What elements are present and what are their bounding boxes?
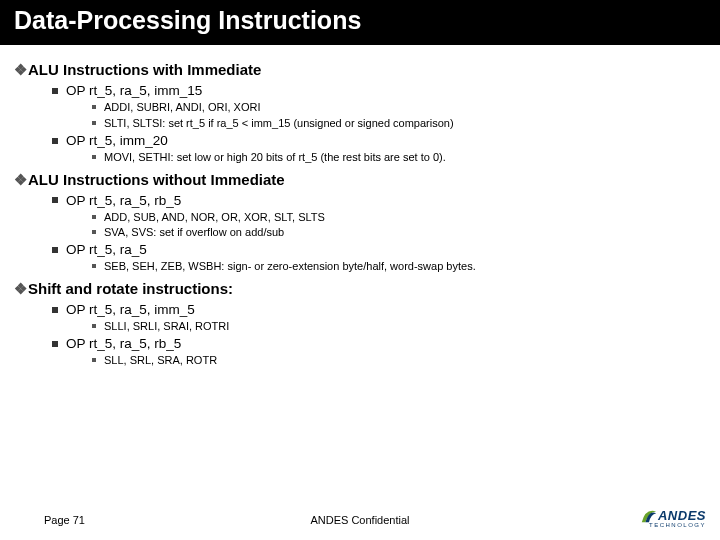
dot-icon [92,105,96,109]
square-icon [52,247,58,253]
slide-title: Data-Processing Instructions [0,0,720,45]
op-signature: OP rt_5, ra_5, rb_5 [52,193,706,208]
op-detail: SVA, SVS: set if overflow on add/sub [92,225,706,240]
dot-icon [92,155,96,159]
dot-icon [92,230,96,234]
section-heading: ❖Shift and rotate instructions: [14,280,706,298]
op-detail: SLTI, SLTSI: set rt_5 if ra_5 < imm_15 (… [92,116,706,131]
diamond-icon: ❖ [14,61,22,79]
square-icon [52,197,58,203]
square-icon [52,307,58,313]
op-signature: OP rt_5, ra_5, imm_5 [52,302,706,317]
dot-icon [92,324,96,328]
andes-logo: ANDES TECHNOLOGY [640,506,706,528]
square-icon [52,341,58,347]
dot-icon [92,215,96,219]
dot-icon [92,264,96,268]
op-detail: ADD, SUB, AND, NOR, OR, XOR, SLT, SLTS [92,210,706,225]
page-number: Page 71 [44,514,85,526]
section-heading: ❖ALU Instructions without Immediate [14,171,706,189]
square-icon [52,138,58,144]
op-detail: SEB, SEH, ZEB, WSBH: sign- or zero-exten… [92,259,706,274]
diamond-icon: ❖ [14,280,22,298]
section-heading: ❖ALU Instructions with Immediate [14,61,706,79]
dot-icon [92,121,96,125]
op-signature: OP rt_5, ra_5, imm_15 [52,83,706,98]
op-signature: OP rt_5, imm_20 [52,133,706,148]
logo-tech: TECHNOLOGY [640,522,706,528]
op-detail: SLLI, SRLI, SRAI, ROTRI [92,319,706,334]
op-detail: ADDI, SUBRI, ANDI, ORI, XORI [92,100,706,115]
diamond-icon: ❖ [14,171,22,189]
op-signature: OP rt_5, ra_5, rb_5 [52,336,706,351]
op-detail: SLL, SRL, SRA, ROTR [92,353,706,368]
confidential-label: ANDES Confidential [310,514,409,526]
dot-icon [92,358,96,362]
square-icon [52,88,58,94]
logo-name: ANDES [658,508,706,523]
op-signature: OP rt_5, ra_5 [52,242,706,257]
slide-content: ❖ALU Instructions with Immediate OP rt_5… [0,45,720,368]
op-detail: MOVI, SETHI: set low or high 20 bits of … [92,150,706,165]
